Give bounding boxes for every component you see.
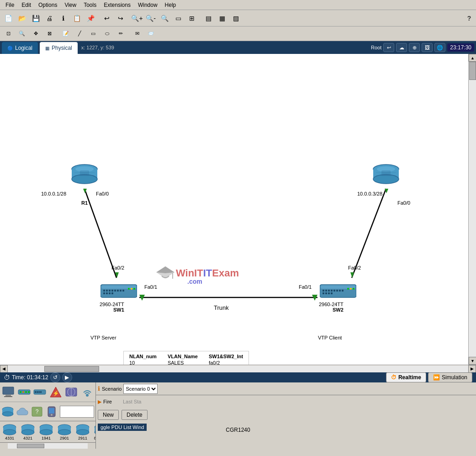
svg-point-81 xyxy=(2,412,13,416)
open-btn[interactable]: 📂 xyxy=(16,12,28,25)
device-list-item[interactable]: 1941 xyxy=(37,422,55,441)
email-icon[interactable]: ✉ xyxy=(131,27,143,40)
cloud-icon-small[interactable] xyxy=(16,403,29,419)
paste-btn[interactable]: 📌 xyxy=(84,12,97,25)
text-input[interactable] xyxy=(59,405,95,418)
zoom-tool[interactable]: 🔍 xyxy=(16,27,28,40)
scroll-left-btn[interactable]: ◀ xyxy=(0,365,8,373)
wan-icon[interactable] xyxy=(64,384,79,400)
play-btn[interactable]: ▶ xyxy=(62,372,72,382)
svg-rect-42 xyxy=(323,290,324,292)
device-hscroll[interactable] xyxy=(0,442,95,449)
time-display: ⏱ Time: 01:34:12 ↺ ▶ xyxy=(4,372,72,382)
device-list-item[interactable]: 2911 xyxy=(74,422,91,441)
last-status-label: Last Sta xyxy=(123,399,141,404)
area-select[interactable]: ⊠ xyxy=(43,27,56,40)
info-btn[interactable]: ℹ xyxy=(57,12,69,25)
scroll-right-btn[interactable]: ▶ xyxy=(468,365,476,373)
menu-view[interactable]: View xyxy=(61,1,80,9)
viewport-tab-btn[interactable]: 🖼 xyxy=(422,43,433,52)
realtime-btn[interactable]: ⏱ Realtime xyxy=(386,372,426,382)
scroll-down-btn[interactable]: ▼ xyxy=(469,357,476,365)
network-connections xyxy=(0,54,468,365)
wireless-icon[interactable] xyxy=(80,384,95,400)
help-icon[interactable]: ? xyxy=(464,13,474,23)
delete-pdu-btn[interactable]: Delete xyxy=(122,410,148,420)
copy-btn[interactable]: 📋 xyxy=(70,12,83,25)
draw-ellipse[interactable]: ⬭ xyxy=(100,27,113,40)
back-btn[interactable]: ↩ xyxy=(383,43,394,52)
console-btn[interactable]: ▦ xyxy=(216,12,228,25)
nav-btn[interactable]: ⊕ xyxy=(409,43,420,52)
simulation-btn[interactable]: ⏩ Simulation xyxy=(428,372,472,382)
device-list-item[interactable]: 819IOX xyxy=(92,422,95,441)
draw-rect[interactable]: ▭ xyxy=(87,27,100,40)
menu-tools[interactable]: Tools xyxy=(80,1,100,9)
scroll-thumb[interactable] xyxy=(469,62,476,80)
media-btn[interactable]: ▨ xyxy=(229,12,242,25)
router-r2[interactable] xyxy=(372,164,400,186)
hscroll-track[interactable] xyxy=(8,366,468,372)
computer-icon[interactable] xyxy=(1,384,16,400)
new-btn[interactable]: 📄 xyxy=(2,12,15,25)
select-tool[interactable]: ⊡ xyxy=(2,27,15,40)
palette-btn[interactable]: ▤ xyxy=(202,12,215,25)
draw-pencil[interactable]: ✏ xyxy=(114,27,127,40)
pdu-icon[interactable]: 📨 xyxy=(144,27,157,40)
phone-icon[interactable] xyxy=(45,403,58,419)
scroll-track[interactable] xyxy=(469,62,476,357)
pdu-toggle-btn[interactable]: ggle PDU List Wind xyxy=(98,424,147,431)
scroll-up-btn[interactable]: ▲ xyxy=(469,54,476,62)
device-list: 4331 4321 1941 2901 2911 xyxy=(0,421,95,442)
misc-icon[interactable]: ? xyxy=(30,403,44,419)
save-btn[interactable]: 💾 xyxy=(29,12,42,25)
print-btn[interactable]: 🖨 xyxy=(43,12,56,25)
hand-tool[interactable]: ✥ xyxy=(29,27,42,40)
menu-help[interactable]: Help xyxy=(161,1,180,9)
switch-sw1[interactable] xyxy=(100,282,130,298)
device-hscroll-thumb[interactable] xyxy=(17,444,44,448)
hub-icon[interactable] xyxy=(17,384,32,400)
menu-file[interactable]: File xyxy=(2,1,18,9)
vlan-row1-name: SALES xyxy=(164,360,205,365)
globe-btn[interactable]: 🌐 xyxy=(434,43,445,52)
scenario-select[interactable]: Scenario 0 xyxy=(123,384,158,394)
router-icon-small[interactable] xyxy=(1,403,15,419)
device-hscroll-track[interactable] xyxy=(8,443,88,449)
menu-edit[interactable]: Edit xyxy=(18,1,35,9)
device-list-item[interactable]: 4321 xyxy=(19,422,37,441)
zoom-in-btn[interactable]: 🔍+ xyxy=(131,12,143,25)
zoom-out-btn[interactable]: 🔍- xyxy=(144,12,157,25)
device-list-item[interactable]: 2901 xyxy=(56,422,73,441)
window-btn[interactable]: ⊞ xyxy=(185,12,198,25)
svg-rect-35 xyxy=(109,292,111,294)
undo-btn[interactable]: ↩ xyxy=(100,12,113,25)
menu-extensions[interactable]: Extensions xyxy=(100,1,134,9)
menu-window[interactable]: Window xyxy=(134,1,161,9)
menu-options[interactable]: Options xyxy=(35,1,61,9)
router-r1[interactable] xyxy=(71,164,98,186)
draw-line[interactable]: ╱ xyxy=(73,27,86,40)
svg-rect-45 xyxy=(331,290,333,292)
switch-icon-small[interactable] xyxy=(32,384,48,400)
switch-sw2[interactable] xyxy=(320,282,349,298)
draw-note[interactable]: 📝 xyxy=(59,27,72,40)
svg-rect-28 xyxy=(111,290,113,292)
tab-physical[interactable]: ▦ Physical xyxy=(40,42,78,54)
device-list-item[interactable]: 4331 xyxy=(1,422,18,441)
viewport-btn[interactable]: ▭ xyxy=(172,12,185,25)
network-canvas[interactable]: 10.0.0.1/28 Fa0/0 R1 Fa0/2 10.0.0.3/28 F… xyxy=(0,54,468,365)
cloud-btn[interactable]: ☁ xyxy=(396,43,407,52)
new-pdu-btn[interactable]: New xyxy=(98,410,119,420)
vertical-scrollbar[interactable]: ▲ ▼ xyxy=(468,54,476,365)
search-input[interactable] xyxy=(60,406,94,418)
restart-btn[interactable]: ↺ xyxy=(50,372,60,382)
horizontal-scrollbar[interactable]: ◀ ▶ xyxy=(0,365,476,372)
main-area: 10.0.0.1/28 Fa0/0 R1 Fa0/2 10.0.0.3/28 F… xyxy=(0,54,476,365)
tab-logical[interactable]: 🔵 Logical xyxy=(2,42,38,54)
power-icon[interactable]: ⚡ xyxy=(48,384,63,400)
redo-btn[interactable]: ↪ xyxy=(114,12,127,25)
zoom-fit-btn[interactable]: 🔍 xyxy=(158,12,171,25)
pdu-toggle-container: ggle PDU List Wind xyxy=(96,422,476,433)
hscroll-thumb[interactable] xyxy=(44,366,99,372)
